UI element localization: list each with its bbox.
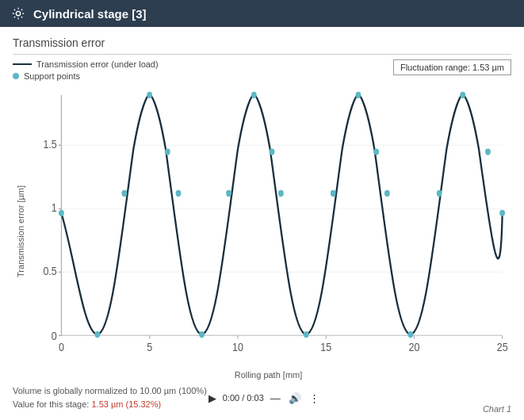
chart-container: Transmission error [µm] 0 0.5 xyxy=(13,84,511,380)
svg-text:1.5: 1.5 xyxy=(43,137,57,151)
legend-line-label: Transmission error (under load) xyxy=(36,59,159,69)
legend-item-line: Transmission error (under load) xyxy=(13,59,159,69)
chart-inner: 0 0.5 1 1.5 xyxy=(25,84,511,380)
support-dot xyxy=(437,190,442,197)
fluctuation-box: Fluctuation range: 1.53 µm xyxy=(393,59,511,75)
support-dot xyxy=(373,148,379,155)
svg-text:0.5: 0.5 xyxy=(43,264,57,277)
play-button[interactable]: ▶ xyxy=(207,391,218,406)
footer-text: Volume is globally normalized to 10.00 µ… xyxy=(13,384,207,412)
chart-svg: 0 0.5 1 1.5 xyxy=(25,84,511,368)
support-dot xyxy=(356,92,361,98)
footer-area: Volume is globally normalized to 10.00 µ… xyxy=(13,380,321,414)
support-dot xyxy=(147,92,152,98)
support-dot xyxy=(176,190,182,197)
footer: Volume is globally normalized to 10.00 µ… xyxy=(13,380,321,414)
legend-dot-label: Support points xyxy=(24,71,80,81)
svg-text:25: 25 xyxy=(497,340,508,353)
svg-text:5: 5 xyxy=(147,340,152,353)
support-dot xyxy=(121,190,127,197)
more-button[interactable]: ⋮ xyxy=(308,391,321,406)
support-dot xyxy=(304,331,309,338)
bottom-row: Volume is globally normalized to 10.00 µ… xyxy=(13,380,511,414)
svg-text:0: 0 xyxy=(59,340,64,353)
svg-text:0: 0 xyxy=(52,329,57,342)
window-title: Cylindrical stage [3] xyxy=(33,7,147,21)
svg-text:20: 20 xyxy=(408,340,419,353)
support-dot xyxy=(499,210,505,216)
legend-row: Transmission error (under load) Support … xyxy=(13,59,511,81)
svg-text:15: 15 xyxy=(320,340,331,353)
svg-point-0 xyxy=(16,11,20,15)
support-dot xyxy=(251,92,257,98)
media-controls[interactable]: ▶ 0:00 / 0:03 — 🔊 ⋮ xyxy=(207,391,321,406)
support-dot xyxy=(94,331,100,338)
footer-line1: Volume is globally normalized to 10.00 µ… xyxy=(13,384,207,399)
svg-text:1: 1 xyxy=(52,200,57,214)
chart-area: Transmission error (under load) Support … xyxy=(13,59,511,380)
mute-button[interactable]: — xyxy=(269,391,282,406)
y-axis-label: Transmission error [µm] xyxy=(13,185,25,277)
support-dot xyxy=(485,148,491,155)
legend-item-dot: Support points xyxy=(13,71,159,81)
content-area: Transmission error Transmission error (u… xyxy=(0,27,524,420)
support-dot xyxy=(270,148,275,155)
legend-items: Transmission error (under load) Support … xyxy=(13,59,159,81)
section-title: Transmission error xyxy=(13,36,511,55)
x-axis-label: Rolling path [mm] xyxy=(25,370,511,380)
footer-line2-value: 1.53 µm (15.32%) xyxy=(91,399,161,409)
legend-dot-indicator xyxy=(13,73,19,79)
support-dot xyxy=(331,190,336,197)
legend-line-indicator xyxy=(13,63,32,65)
support-dot xyxy=(460,92,465,98)
volume-button[interactable]: 🔊 xyxy=(287,391,303,406)
media-time: 0:00 / 0:03 xyxy=(223,393,264,403)
main-window: Cylindrical stage [3] Transmission error… xyxy=(0,0,524,420)
svg-text:10: 10 xyxy=(232,340,243,353)
footer-line2: Value for this stage: 1.53 µm (15.32%) xyxy=(13,398,207,412)
chart-label: Chart 1 xyxy=(483,403,511,414)
footer-line2-prefix: Value for this stage: xyxy=(13,399,91,409)
gear-icon xyxy=(11,6,25,21)
support-dot xyxy=(59,210,64,216)
support-dot xyxy=(278,190,284,197)
support-dot xyxy=(384,190,390,197)
support-dot xyxy=(226,190,231,197)
support-dot xyxy=(165,148,170,155)
title-bar: Cylindrical stage [3] xyxy=(0,0,524,27)
transmission-curve xyxy=(61,95,502,334)
support-dot xyxy=(407,331,413,338)
support-dot xyxy=(199,331,205,338)
